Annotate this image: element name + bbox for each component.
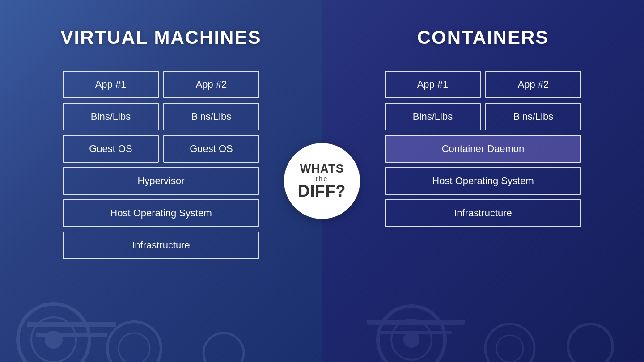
containers-bins1-box: Bins/Libs bbox=[385, 103, 481, 130]
containers-app2-box: App #2 bbox=[485, 71, 581, 98]
vm-row-bins: Bins/Libs Bins/Libs bbox=[63, 103, 259, 130]
containers-title: CONTAINERS bbox=[417, 27, 549, 48]
vm-guestos2-box: Guest OS bbox=[163, 135, 259, 163]
containers-hostos-box: Host Operating System bbox=[385, 167, 581, 195]
whats-the-diff-badge: WHATS the DIFF? bbox=[284, 143, 360, 219]
vm-diagram: App #1 App #2 Bins/Libs Bins/Libs Guest … bbox=[63, 71, 259, 259]
vm-title: VIRTUAL MACHINES bbox=[61, 27, 262, 48]
containers-diagram: App #1 App #2 Bins/Libs Bins/Libs Contai… bbox=[385, 71, 581, 227]
vm-bins1-box: Bins/Libs bbox=[63, 103, 159, 130]
badge-diff-text: DIFF? bbox=[298, 183, 346, 199]
containers-app1-box: App #1 bbox=[385, 71, 481, 98]
vm-row-guestos: Guest OS Guest OS bbox=[63, 135, 259, 163]
vm-app1-box: App #1 bbox=[63, 71, 159, 98]
containers-row-apps: App #1 App #2 bbox=[385, 71, 581, 98]
badge-the-text: the bbox=[304, 175, 340, 182]
vm-row-apps: App #1 App #2 bbox=[63, 71, 259, 98]
containers-bins2-box: Bins/Libs bbox=[485, 103, 581, 130]
vm-guestos1-box: Guest OS bbox=[63, 135, 159, 163]
containers-side: CONTAINERS App #1 App #2 Bins/Libs Bins/… bbox=[322, 0, 644, 362]
badge-whats-text: WHATS bbox=[300, 163, 344, 174]
containers-infrastructure-box: Infrastructure bbox=[385, 199, 581, 227]
vm-hostos-box: Host Operating System bbox=[63, 199, 259, 227]
containers-row-bins: Bins/Libs Bins/Libs bbox=[385, 103, 581, 130]
vm-side: VIRTUAL MACHINES App #1 App #2 Bins/Libs… bbox=[0, 0, 322, 362]
vm-bins2-box: Bins/Libs bbox=[163, 103, 259, 130]
vm-infrastructure-box: Infrastructure bbox=[63, 232, 259, 259]
vm-hypervisor-box: Hypervisor bbox=[63, 167, 259, 195]
containers-daemon-box: Container Daemon bbox=[385, 135, 581, 163]
vm-app2-box: App #2 bbox=[163, 71, 259, 98]
